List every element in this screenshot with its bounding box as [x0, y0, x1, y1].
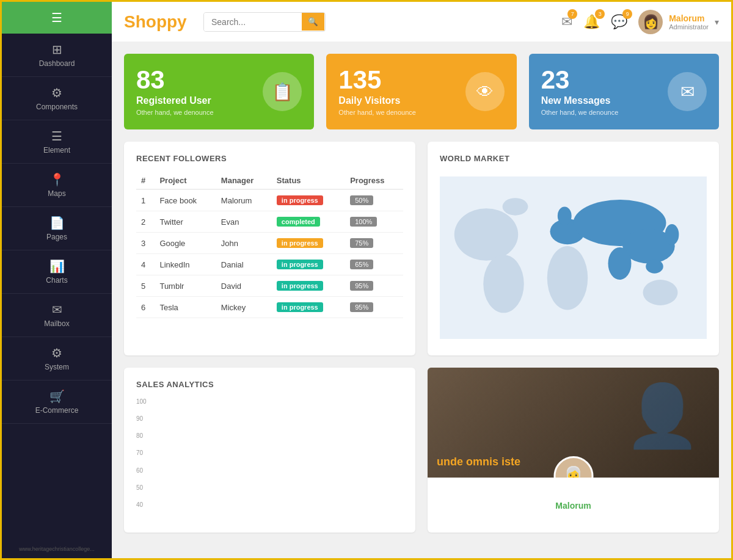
cell-progress: 100%	[345, 211, 403, 233]
stat-info-visitors: 135 Daily Visitors Other hand, we denoun…	[338, 67, 416, 116]
sidebar-label-system: System	[45, 363, 69, 371]
followers-card: RECENT FOLLOWERS # Project Manager Statu…	[124, 142, 415, 355]
search-bar: 🔍	[203, 12, 326, 32]
world-market-title: WORLD MARKET	[440, 154, 707, 163]
system-icon: ⚙	[51, 346, 62, 360]
chart-area: 100 90 80 70 60 50 40	[136, 398, 403, 520]
cell-progress: 50%	[345, 189, 403, 211]
cell-project: Tumblr	[155, 275, 216, 297]
cell-progress: 75%	[345, 233, 403, 254]
stats-row: 83 Registered User Other hand, we denoun…	[124, 54, 719, 129]
svg-point-10	[503, 198, 528, 216]
notifications-button[interactable]: ✉ 7	[561, 14, 572, 30]
status-badge: completed	[277, 217, 320, 227]
sidebar-label-element: Element	[43, 146, 70, 155]
sidebar-footer: www.heritagechristiancollege...	[2, 540, 112, 558]
progress-badge: 100%	[350, 217, 377, 227]
cell-status: in progress	[272, 254, 345, 275]
cell-status: in progress	[272, 189, 345, 211]
user-name: Malorum	[669, 13, 709, 23]
svg-point-8	[643, 280, 678, 305]
status-badge: in progress	[277, 281, 323, 291]
stat-sub-users: Other hand, we denounce	[136, 109, 214, 116]
stat-label-users: Registered User	[136, 95, 214, 106]
page-body: 83 Registered User Other hand, we denoun…	[112, 42, 731, 558]
stat-icon-visitors: 👁	[465, 72, 505, 111]
sidebar-item-pages[interactable]: 📄 Pages	[2, 207, 112, 250]
table-row: 6 Tesla Mickey in progress 95%	[136, 297, 403, 318]
sidebar-item-components[interactable]: ⚙ Components	[2, 77, 112, 120]
stat-label-messages: New Messages	[541, 95, 619, 106]
messages-button[interactable]: 💬 9	[611, 14, 627, 30]
cell-manager: Evan	[216, 211, 272, 233]
sales-analytics-card: SALES ANALYTICS 100 90 80 70 60 50 40	[124, 368, 415, 533]
sidebar-item-maps[interactable]: 📍 Maps	[2, 164, 112, 207]
user-menu[interactable]: 👩 Malorum Administrator ▾	[638, 10, 719, 34]
hamburger-icon[interactable]: ☰	[51, 10, 62, 25]
cell-num: 1	[136, 189, 155, 211]
cell-project: Twitter	[155, 211, 216, 233]
search-input[interactable]	[204, 13, 302, 31]
stat-sub-messages: Other hand, we denounce	[541, 109, 619, 116]
world-market-card: WORLD MARKET	[428, 142, 719, 355]
sidebar-item-system[interactable]: ⚙ System	[2, 337, 112, 380]
col-progress: Progress	[345, 172, 403, 189]
sidebar-header: ☰	[2, 2, 112, 34]
cell-num: 5	[136, 275, 155, 297]
stat-info-messages: 23 New Messages Other hand, we denounce	[541, 67, 619, 116]
svg-point-12	[646, 260, 663, 274]
cell-project: Face book	[155, 189, 216, 211]
table-row: 2 Twitter Evan completed 100%	[136, 211, 403, 233]
cell-num: 6	[136, 297, 155, 318]
svg-point-5	[547, 246, 588, 310]
world-map-svg	[440, 172, 707, 343]
status-badge: in progress	[277, 302, 323, 312]
mailbox-icon: ✉	[52, 302, 62, 317]
sales-analytics-title: SALES ANALYTICS	[136, 380, 403, 389]
sidebar-item-ecommerce[interactable]: 🛒 E-Commerce	[2, 380, 112, 424]
cell-num: 4	[136, 254, 155, 275]
svg-point-11	[665, 224, 679, 245]
app-logo: Shoppy	[124, 12, 191, 32]
two-col-top: RECENT FOLLOWERS # Project Manager Statu…	[124, 142, 719, 355]
sidebar-item-dashboard[interactable]: ⊞ Dashboard	[2, 34, 112, 77]
dashboard-icon: ⊞	[52, 42, 62, 57]
status-badge: in progress	[277, 195, 323, 205]
sidebar-item-mailbox[interactable]: ✉ Mailbox	[2, 294, 112, 337]
alerts-badge: 3	[595, 9, 605, 19]
stat-info-users: 83 Registered User Other hand, we denoun…	[136, 67, 214, 116]
progress-badge: 65%	[350, 260, 373, 269]
alerts-button[interactable]: 🔔 3	[583, 14, 600, 30]
svg-point-4	[483, 255, 524, 313]
stat-card-messages: 23 New Messages Other hand, we denounce …	[529, 54, 719, 129]
cell-status: completed	[272, 211, 345, 233]
search-button[interactable]: 🔍	[302, 13, 324, 31]
cell-status: in progress	[272, 297, 345, 318]
user-details: Malorum Administrator	[669, 13, 709, 31]
stat-label-visitors: Daily Visitors	[338, 95, 416, 106]
sidebar-item-charts[interactable]: 📊 Charts	[2, 250, 112, 294]
profile-card: unde omnis iste 👤 👩‍🦳 Malorum	[428, 368, 719, 533]
progress-badge: 75%	[350, 238, 373, 248]
messages-badge: 9	[622, 9, 632, 19]
sidebar-label-charts: Charts	[46, 276, 67, 285]
notifications-badge: 7	[567, 9, 577, 19]
col-status: Status	[272, 172, 345, 189]
status-badge: in progress	[277, 238, 323, 248]
col-manager: Manager	[216, 172, 272, 189]
profile-avatar: 👩‍🦳	[553, 456, 593, 478]
stat-card-users: 83 Registered User Other hand, we denoun…	[124, 54, 314, 129]
maps-icon: 📍	[49, 172, 65, 187]
profile-avatar-wrap: 👩‍🦳	[553, 456, 593, 478]
sidebar-nav: ⊞ Dashboard ⚙ Components ☰ Element 📍 Map…	[2, 34, 112, 540]
cell-manager: John	[216, 233, 272, 254]
chevron-down-icon: ▾	[715, 17, 719, 27]
user-role: Administrator	[669, 23, 709, 31]
stat-sub-visitors: Other hand, we denounce	[338, 109, 416, 116]
sidebar-item-element[interactable]: ☰ Element	[2, 120, 112, 164]
cell-status: in progress	[272, 275, 345, 297]
avatar: 👩	[638, 10, 663, 34]
progress-badge: 95%	[350, 281, 373, 291]
col-project: Project	[155, 172, 216, 189]
followers-title: RECENT FOLLOWERS	[136, 154, 403, 163]
